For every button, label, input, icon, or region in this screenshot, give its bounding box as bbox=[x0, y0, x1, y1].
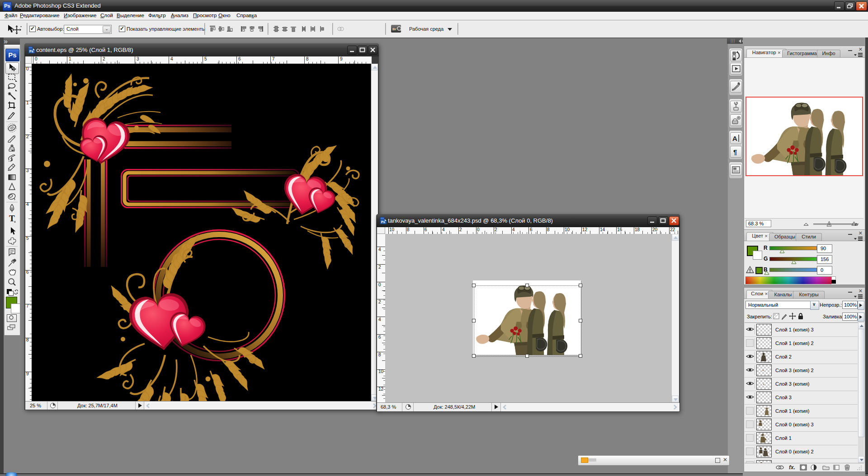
svg-text:Ps: Ps bbox=[381, 220, 385, 224]
svg-text:A: A bbox=[732, 135, 737, 142]
svg-text:Br: Br bbox=[392, 27, 396, 31]
svg-text:T: T bbox=[9, 214, 15, 223]
svg-text:¶: ¶ bbox=[733, 148, 737, 156]
svg-text:Ps: Ps bbox=[29, 50, 33, 53]
